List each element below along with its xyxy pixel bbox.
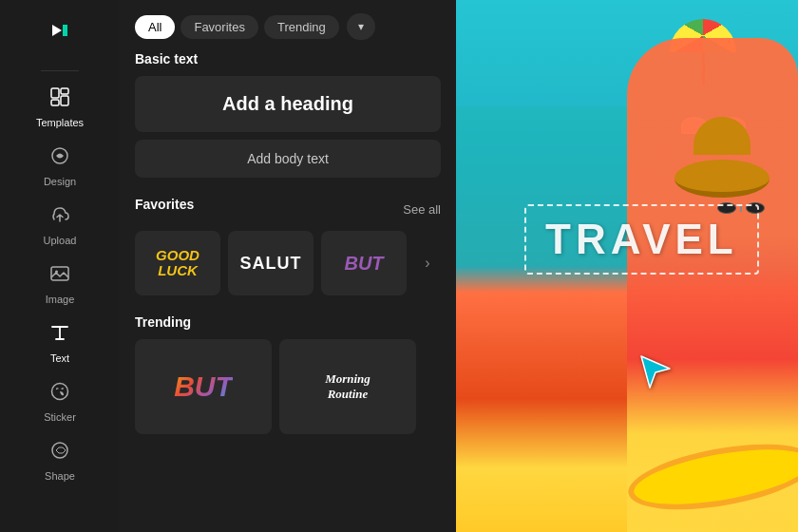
add-heading-button[interactable]: Add a heading <box>135 76 441 132</box>
tab-favorites[interactable]: Favorites <box>180 15 257 39</box>
fav-item-but[interactable]: BUT <box>321 231 407 295</box>
sidebar-item-shape-label: Shape <box>45 470 75 482</box>
fav-item-good-luck[interactable]: GOODLUCK <box>135 231 220 295</box>
sidebar-item-templates[interactable]: Templates <box>0 77 120 136</box>
add-body-button[interactable]: Add body text <box>135 140 441 178</box>
image-icon <box>49 263 70 290</box>
tab-all[interactable]: All <box>135 15 175 39</box>
fav-item-salut[interactable]: SALUT <box>228 231 314 295</box>
hat-brim <box>674 160 770 198</box>
shape-icon <box>49 440 70 466</box>
sidebar-item-design-label: Design <box>44 176 76 187</box>
design-icon <box>49 145 70 172</box>
favorites-header: Favorites See all <box>135 197 441 221</box>
basic-text-title: Basic text <box>135 51 441 66</box>
salut-text: SALUT <box>240 254 302 274</box>
svg-rect-2 <box>61 88 68 94</box>
basic-text-section: Basic text Add a heading Add body text <box>135 51 441 178</box>
see-all-link[interactable]: See all <box>403 202 441 217</box>
app-logo[interactable] <box>43 13 77 48</box>
panel-tabs: All Favorites Trending ▾ <box>120 0 456 51</box>
favorites-title: Favorites <box>135 197 194 212</box>
favorites-more[interactable]: › <box>414 231 441 295</box>
favorites-row: GOODLUCK SALUT BUT › <box>135 231 441 295</box>
trending-row: BUT MorningRoutine <box>135 339 441 434</box>
sidebar-item-shape[interactable]: Shape <box>0 430 120 489</box>
good-luck-text: GOODLUCK <box>156 248 200 279</box>
travel-text-box[interactable]: TRAVEL <box>524 204 759 275</box>
morning-routine-text: MorningRoutine <box>325 371 370 401</box>
but-gradient-text: BUT <box>174 370 233 403</box>
svg-rect-6 <box>51 267 68 280</box>
travel-text: TRAVEL <box>545 216 738 263</box>
tab-trending[interactable]: Trending <box>264 15 339 39</box>
sidebar-divider <box>41 70 79 71</box>
sidebar: Templates Design Upload Image <box>0 0 120 532</box>
upload-icon <box>49 204 70 231</box>
sidebar-item-text[interactable]: Text <box>0 313 120 371</box>
trending-section: Trending BUT MorningRoutine <box>135 314 441 434</box>
sidebar-item-sticker-label: Sticker <box>44 411 76 423</box>
sidebar-item-sticker[interactable]: Sticker <box>0 371 120 430</box>
sidebar-item-design[interactable]: Design <box>0 136 120 195</box>
sidebar-item-image-label: Image <box>46 294 75 305</box>
favorites-section: Favorites See all GOODLUCK SALUT BUT › <box>135 197 441 295</box>
trend-item-but-gradient[interactable]: BUT <box>135 339 272 434</box>
svg-rect-4 <box>61 96 68 105</box>
text-panel: All Favorites Trending ▾ Basic text Add … <box>120 0 456 532</box>
svg-rect-1 <box>51 88 59 98</box>
chevron-right-icon: › <box>425 255 429 272</box>
text-icon <box>49 322 70 349</box>
panel-content: Basic text Add a heading Add body text F… <box>120 51 456 532</box>
templates-icon <box>49 86 70 113</box>
sticker-icon <box>49 381 70 408</box>
trend-item-morning-routine[interactable]: MorningRoutine <box>279 339 416 434</box>
sidebar-item-upload[interactable]: Upload <box>0 195 120 254</box>
sidebar-item-text-label: Text <box>50 352 69 364</box>
sidebar-item-image[interactable]: Image <box>0 254 120 313</box>
sidebar-item-templates-label: Templates <box>36 117 84 128</box>
tabs-dropdown[interactable]: ▾ <box>347 13 375 40</box>
svg-rect-3 <box>51 100 59 105</box>
sidebar-item-upload-label: Upload <box>44 235 77 246</box>
svg-marker-10 <box>641 356 670 388</box>
trending-title: Trending <box>135 314 441 330</box>
but-text: BUT <box>344 253 383 275</box>
canvas-area[interactable]: TRAVEL <box>456 0 798 532</box>
chevron-down-icon: ▾ <box>358 20 364 33</box>
